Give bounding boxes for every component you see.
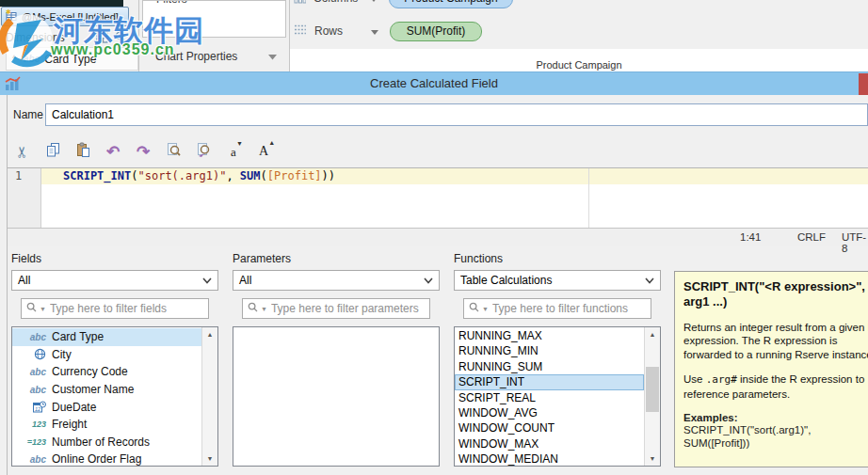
function-item[interactable]: WINDOW_COUNT <box>455 420 644 435</box>
line-number: 1 <box>15 169 22 182</box>
paste-icon <box>75 142 91 161</box>
search-options-icon[interactable]: ▼ <box>40 306 46 312</box>
columns-pill[interactable]: Product Campaign <box>389 0 513 8</box>
view-grid-icon[interactable] <box>96 31 108 46</box>
field-item-label: Online Order Flag <box>52 452 141 466</box>
scroll-up-icon[interactable]: ▲ <box>7 50 22 61</box>
undo-button[interactable]: ↶ <box>102 140 124 163</box>
scissors-icon: ✂ <box>14 145 32 157</box>
search-options-icon[interactable]: ▼ <box>261 306 267 312</box>
redo-button[interactable]: ↷ <box>132 140 154 163</box>
function-item[interactable]: SCRIPT_INT <box>455 374 644 389</box>
scroll-down-icon[interactable]: ▼ <box>202 451 217 466</box>
datasource-tab[interactable]: ✱ @Ms-Excel [Untitled] <box>1 7 129 26</box>
field-item[interactable]: abcCustomer Name <box>12 381 201 399</box>
copy-icon <box>45 142 61 161</box>
dialog-titlebar[interactable]: Create Calculated Field <box>0 71 868 95</box>
functions-list[interactable]: RUNNING_MAXRUNNING_MINRUNNING_SUMSCRIPT_… <box>454 326 661 467</box>
field-item-label: Customer Name <box>52 383 134 396</box>
fields-search[interactable]: ▼ <box>21 298 209 319</box>
line-ending[interactable]: CRLF <box>797 231 826 243</box>
rows-label: Rows <box>314 24 363 38</box>
parameters-search[interactable]: ▼ <box>242 298 430 319</box>
field-item-label: Currency Code <box>52 365 128 378</box>
fields-list-items: abcCard TypeCityabcCurrency CodeabcCusto… <box>12 328 201 466</box>
arg-placeholder-code: .arg# <box>706 373 737 386</box>
field-item[interactable]: City <box>12 346 201 364</box>
functions-search[interactable]: ▼ <box>463 298 651 319</box>
parameters-label: Parameters <box>233 252 291 265</box>
functions-search-input[interactable] <box>490 301 646 316</box>
line-number-gutter: 1 <box>8 168 41 229</box>
search-icon <box>248 302 259 316</box>
paste-button[interactable] <box>72 140 94 163</box>
field-item[interactable]: abcCurrency Code <box>12 363 201 381</box>
dimension-list-top-row[interactable]: abc Card Type ▲ <box>6 47 138 71</box>
scroll-up-icon[interactable]: ▲ <box>202 327 217 341</box>
functions-scrollbar[interactable]: ▲ ▼ <box>644 327 660 466</box>
function-item[interactable]: WINDOW_AVG <box>455 405 644 420</box>
encoding[interactable]: UTF-8 <box>842 231 868 254</box>
editor-statusbar: 1:41 CRLF UTF-8 <box>8 228 868 246</box>
abc-icon: abc <box>24 54 40 64</box>
search-options-icon[interactable]: ▼ <box>482 306 489 312</box>
increase-font-button[interactable]: A▲ <box>252 140 275 163</box>
formula-editor[interactable]: 1 SCRIPT_INT("sort(.arg1)", SUM([Profit]… <box>8 167 868 228</box>
rows-icon <box>294 24 307 39</box>
code-token: ( <box>261 169 267 182</box>
function-item[interactable]: SCRIPT_REAL <box>455 390 644 405</box>
rows-shelf[interactable]: Rows SUM(Profit) <box>294 19 482 43</box>
rows-pill[interactable]: SUM(Profit) <box>390 22 482 41</box>
columns-shelf[interactable]: Columns Product Campaign <box>294 0 513 11</box>
parameters-search-input[interactable] <box>269 301 425 316</box>
parameters-type-dropdown[interactable]: All <box>233 270 440 291</box>
fields-type-dropdown[interactable]: All <box>11 270 218 291</box>
functions-type-dropdown[interactable]: Table Calculations <box>454 270 661 291</box>
function-item[interactable]: RUNNING_MAX <box>455 328 644 343</box>
dialog-close-button[interactable] <box>859 73 868 95</box>
chart-properties-dropdown[interactable]: Chart Properties <box>142 45 286 68</box>
scrollbar-thumb[interactable] <box>646 367 659 412</box>
function-item[interactable]: WINDOW_MAX <box>455 436 644 451</box>
field-item-label: DueDate <box>52 401 96 414</box>
name-input[interactable] <box>45 103 868 126</box>
scroll-up-icon[interactable]: ▲ <box>645 327 660 341</box>
code-line[interactable]: SCRIPT_INT("sort(.arg1)", SUM([Profit])) <box>41 168 868 184</box>
fields-search-input[interactable] <box>48 301 203 316</box>
function-item[interactable]: RUNNING_MIN <box>455 343 644 358</box>
field-item[interactable]: abcOnline Order Flag <box>12 451 201 467</box>
pane-divider <box>138 0 139 71</box>
fields-scrollbar[interactable]: ▲ ▼ <box>201 327 217 466</box>
scroll-down-icon[interactable]: ▼ <box>645 451 660 466</box>
copy-button[interactable] <box>41 140 64 163</box>
fields-dropdown-value: All <box>18 274 202 287</box>
redo-icon: ↷ <box>137 144 150 160</box>
parameters-list[interactable] <box>233 326 440 467</box>
find-field-icon[interactable] <box>115 31 127 46</box>
function-item[interactable]: RUNNING_SUM <box>455 359 644 374</box>
field-item[interactable]: 12DueDate <box>12 398 201 416</box>
field-item[interactable]: abcCard Type <box>12 328 201 346</box>
cut-button[interactable]: ✂ <box>11 140 34 163</box>
find-button[interactable] <box>162 140 185 163</box>
abc-icon: abc <box>25 385 46 395</box>
dimension-label: Card Type <box>44 53 96 66</box>
decrease-font-button[interactable]: a▼ <box>222 140 245 163</box>
filters-shelf[interactable]: Filters <box>142 0 286 38</box>
name-label: Name <box>13 103 43 126</box>
fields-list[interactable]: abcCard TypeCityabcCurrency CodeabcCusto… <box>11 326 218 467</box>
columns-label: Columns <box>313 0 362 5</box>
code-token: SCRIPT_INT <box>63 169 131 182</box>
code-token: , <box>226 169 239 182</box>
find-next-button[interactable] <box>192 140 215 163</box>
field-item[interactable]: 123Freight <box>12 416 201 434</box>
chart-axis-title: Product Campaign <box>536 59 621 71</box>
find-next-icon <box>196 142 212 161</box>
field-item[interactable]: =123Number of Records <box>12 434 201 451</box>
find-icon <box>166 142 182 161</box>
chart-view: Product Campaign <box>290 49 868 71</box>
function-item[interactable]: WINDOW_MEDIAN <box>455 451 644 467</box>
chevron-down-icon <box>645 274 654 287</box>
help-example: SCRIPT_INT("sort(.arg1)", SUM([Profit])) <box>683 423 868 451</box>
search-icon <box>26 302 38 316</box>
